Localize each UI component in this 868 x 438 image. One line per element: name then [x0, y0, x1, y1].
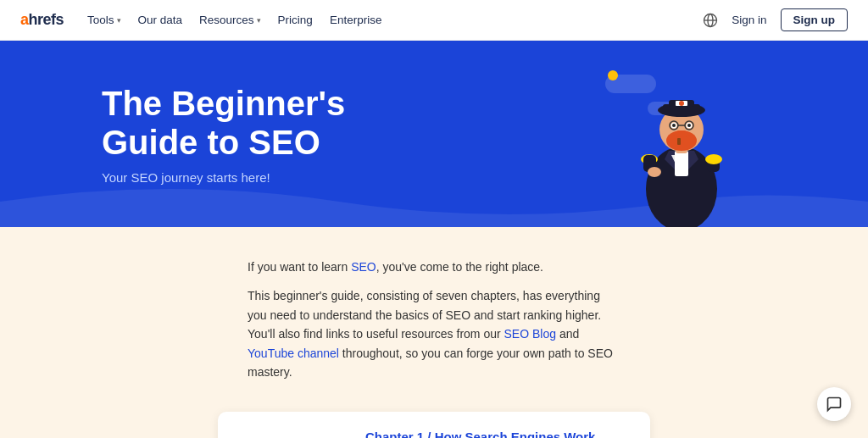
intro-text-block: If you want to learn SEO, you've come to… [248, 258, 620, 391]
svg-point-14 [687, 124, 691, 127]
logo[interactable]: ahrefs [20, 11, 64, 29]
nav-our-data[interactable]: Our data [138, 14, 183, 26]
sign-in-link[interactable]: Sign in [732, 14, 766, 26]
chapter-card[interactable]: Chapter 1 / How Search Engines Work Befo… [218, 412, 650, 438]
hero-content: The Beginner's Guide to SEO Your SEO jou… [102, 84, 345, 185]
chapter-illustration [238, 429, 348, 438]
nav-enterprise[interactable]: Enterprise [330, 14, 382, 26]
nav-links: Tools ▾ Our data Resources ▾ Pricing Ent… [87, 14, 703, 26]
navbar-right: Sign in Sign up [703, 8, 848, 31]
youtube-channel-link[interactable]: YouTube channel [248, 347, 339, 360]
sign-up-button[interactable]: Sign up [781, 8, 849, 31]
hero-section: The Beginner's Guide to SEO Your SEO jou… [0, 41, 868, 227]
svg-point-10 [673, 130, 690, 137]
chat-button[interactable] [817, 387, 851, 421]
navbar: ahrefs Tools ▾ Our data Resources ▾ Pric… [0, 0, 868, 41]
intro-para-1: If you want to learn SEO, you've come to… [248, 258, 620, 276]
nav-tools[interactable]: Tools ▾ [87, 14, 121, 26]
svg-point-22 [679, 101, 684, 106]
svg-point-26 [705, 154, 722, 164]
hero-illustration [597, 58, 766, 227]
nav-resources[interactable]: Resources ▾ [199, 14, 261, 26]
main-content: If you want to learn SEO, you've come to… [0, 227, 868, 438]
svg-rect-6 [675, 151, 688, 176]
hero-subtitle: Your SEO journey starts here! [102, 170, 345, 185]
chevron-down-icon: ▾ [257, 16, 261, 25]
intro-para-2: This beginner's guide, consisting of sev… [248, 286, 620, 381]
seo-link[interactable]: SEO [351, 260, 376, 274]
svg-point-27 [648, 167, 661, 177]
chat-icon [826, 396, 843, 413]
chapter-text: Chapter 1 / How Search Engines Work Befo… [365, 429, 630, 438]
chapter-title[interactable]: Chapter 1 / How Search Engines Work [365, 429, 630, 438]
svg-rect-28 [677, 138, 681, 145]
chevron-down-icon: ▾ [117, 16, 121, 25]
globe-icon [703, 13, 718, 28]
hero-title: The Beginner's Guide to SEO [102, 84, 345, 162]
svg-point-13 [672, 124, 676, 127]
seo-blog-link[interactable]: SEO Blog [504, 327, 556, 341]
nav-pricing[interactable]: Pricing [278, 14, 313, 26]
